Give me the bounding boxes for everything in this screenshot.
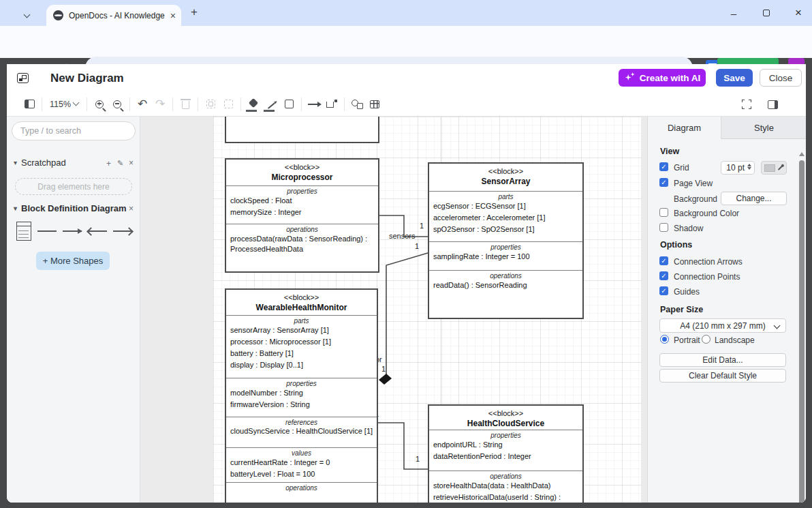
copy-style-icon[interactable] <box>280 96 298 113</box>
operation-line: retrieveHistoricalData(userId : String) … <box>429 492 582 503</box>
palette-close-icon[interactable]: × <box>129 204 134 213</box>
role-label-sensors: sensors <box>389 232 416 240</box>
grid-color-button[interactable] <box>761 161 787 175</box>
landscape-label: Landscape <box>715 335 755 345</box>
block-name: HealthCloudService <box>429 419 582 428</box>
app-header: New Diagram Create with AI Save Close <box>7 64 806 92</box>
landscape-radio[interactable] <box>702 335 710 344</box>
connection-arrows-checkbox[interactable]: ✓ <box>659 256 668 265</box>
window-close-button[interactable]: × <box>788 0 809 26</box>
property-line: modelNumber : String <box>226 387 377 399</box>
scrollbar-thumb[interactable] <box>799 160 805 503</box>
scrollbar-up-arrow[interactable] <box>799 152 805 156</box>
table-icon[interactable] <box>366 96 384 113</box>
open-arrow-left-shape[interactable] <box>88 230 107 232</box>
select-chevron-icon <box>774 323 781 329</box>
block-stereotype: <<block>> <box>226 163 378 171</box>
new-tab-button[interactable]: + <box>191 5 198 19</box>
property-line: samplingRate : Integer = 100 <box>429 251 582 263</box>
redo-icon[interactable]: ↷ <box>151 96 169 113</box>
shadow-checkbox[interactable] <box>659 223 668 232</box>
zoom-chevron-icon[interactable] <box>73 100 80 106</box>
shapes-icon[interactable] <box>348 96 366 113</box>
window-minimize-button[interactable]: – <box>723 0 744 26</box>
background-change-button[interactable]: Change... <box>721 192 787 205</box>
clear-default-style-button[interactable]: Clear Default Style <box>659 369 786 383</box>
fullscreen-icon[interactable] <box>738 96 755 113</box>
grid-checkbox[interactable]: ✓ <box>659 162 668 171</box>
section-header: operations <box>226 226 378 233</box>
scratchpad-add-icon[interactable]: + <box>106 159 111 168</box>
block-stereotype: <<block>> <box>429 167 582 175</box>
create-with-ai-button[interactable]: Create with AI <box>619 69 706 87</box>
paper-size-select[interactable]: A4 (210 mm x 297 mm) <box>659 318 786 333</box>
delete-icon[interactable] <box>176 96 194 113</box>
reference-line: cloudSyncService : HealthCloudService [1… <box>226 426 377 436</box>
page-view-checkbox[interactable]: ✓ <box>659 178 668 187</box>
scratchpad-header[interactable]: ▾ Scratchpad <box>14 158 66 168</box>
section-header: references <box>226 419 377 426</box>
marquee-select-icon[interactable] <box>219 96 237 113</box>
association-arrow-shape[interactable] <box>63 230 82 232</box>
edit-data-button[interactable]: Edit Data... <box>659 353 786 367</box>
background-color-checkbox[interactable] <box>659 208 668 217</box>
connection-arrows-label: Connection Arrows <box>674 257 743 267</box>
part-line: processor : Microprocessor [1] <box>226 336 377 348</box>
palette-header[interactable]: ▾ Block Definition Diagram <box>14 203 127 213</box>
block-name: WearableHealthMonitor <box>226 303 377 312</box>
guides-checkbox[interactable]: ✓ <box>659 286 668 295</box>
connector-line-shape[interactable] <box>37 230 57 232</box>
open-arrow-right-shape[interactable] <box>113 230 132 232</box>
panel-scrollbar[interactable] <box>799 151 805 500</box>
toggle-sidebar-icon[interactable] <box>20 96 38 113</box>
connection-points-checkbox[interactable]: ✓ <box>659 271 668 280</box>
elbow-connector-icon[interactable] <box>323 96 341 113</box>
straight-connector-icon[interactable] <box>305 96 323 113</box>
zoom-out-icon[interactable] <box>108 96 126 113</box>
connection-points-label: Connection Points <box>674 272 740 282</box>
tab-close-icon[interactable]: × <box>170 10 176 21</box>
tab-diagram[interactable]: Diagram <box>648 117 721 139</box>
section-header: properties <box>226 188 378 195</box>
close-button[interactable]: Close <box>760 69 802 87</box>
part-line: display : Display [0..1] <box>226 359 377 371</box>
save-button[interactable]: Save <box>716 69 753 87</box>
block-shape-icon[interactable] <box>16 222 31 241</box>
diagram-canvas[interactable]: 1 1 sensors 1 monitor 1 1 1 <<block>> Mi… <box>140 117 647 503</box>
scratchpad-edit-icon[interactable]: ✎ <box>117 159 123 168</box>
scratchpad-dropzone[interactable]: Drag elements here <box>15 178 132 195</box>
copy-icon[interactable] <box>202 96 219 113</box>
undo-icon[interactable]: ↶ <box>134 96 151 113</box>
tab-style[interactable]: Style <box>721 117 806 139</box>
block-sensorarray[interactable]: <<block>> SensorArray parts ecgSensor : … <box>428 162 584 319</box>
grid-label: Grid <box>674 163 689 173</box>
browser-tab[interactable]: OpenDocs - AI Knowledge Base × <box>46 5 181 26</box>
more-shapes-button[interactable]: + More Shapes <box>36 252 110 270</box>
block-microprocessor[interactable]: <<block>> Microprocessor properties cloc… <box>225 158 379 273</box>
zoom-level-dropdown[interactable]: 115% <box>50 100 71 109</box>
block-wearablehealthmonitor[interactable]: <<block>> WearableHealthMonitor parts se… <box>225 288 378 503</box>
collapse-caret-icon[interactable]: ▾ <box>14 159 17 166</box>
collapse-caret-icon[interactable]: ▾ <box>14 205 17 212</box>
connector-monitor-cloudservice[interactable] <box>378 423 428 469</box>
multiplicity-label: 1 <box>381 365 386 373</box>
zoom-in-icon[interactable] <box>91 96 108 113</box>
window-maximize-button[interactable] <box>756 0 777 26</box>
block-name: Microprocessor <box>226 173 378 182</box>
portrait-radio[interactable] <box>660 335 669 344</box>
scratchpad-close-icon[interactable]: × <box>129 158 134 168</box>
block-partial-top[interactable] <box>225 117 379 143</box>
multiplicity-label: 1 <box>415 242 419 250</box>
grid-size-stepper[interactable] <box>747 164 751 170</box>
block-healthcloudservice[interactable]: <<block>> HealthCloudService properties … <box>428 404 584 503</box>
editor-toolbar: 115% ↶ ↷ <box>7 92 806 117</box>
guides-label: Guides <box>674 287 700 297</box>
tab-search-icon[interactable] <box>25 8 29 20</box>
browser-toolbar: ← → ↻ ai-toolbox.visual-paradigm.com/app… <box>0 26 812 58</box>
toggle-right-panel-icon[interactable] <box>764 96 781 113</box>
block-name: SensorArray <box>429 177 582 186</box>
line-color-icon[interactable] <box>262 96 280 113</box>
connector-monitor-sensorarray[interactable] <box>386 253 428 375</box>
fill-color-icon[interactable] <box>245 96 262 113</box>
search-input[interactable] <box>12 121 136 140</box>
